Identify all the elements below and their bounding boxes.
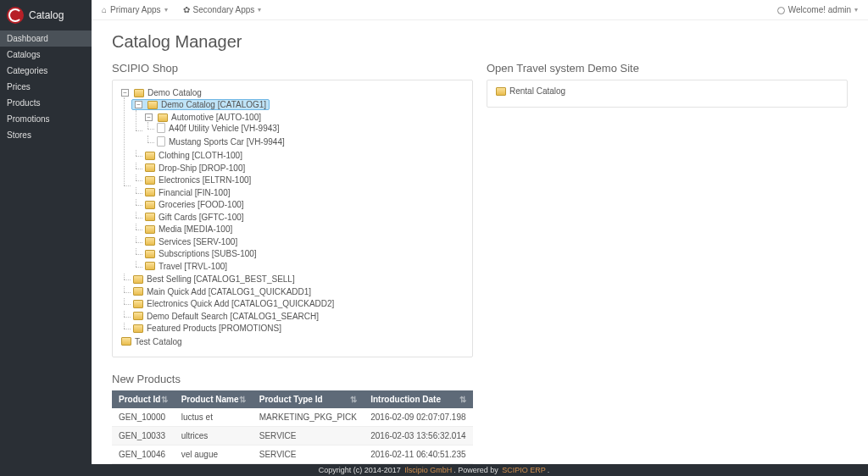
column-header[interactable]: Introduction Date⇅ — [364, 390, 473, 408]
folder-icon — [147, 101, 158, 109]
folder-icon — [145, 152, 155, 160]
rental-tree: Rental Catalog — [487, 80, 848, 108]
brand-name: Catalog — [29, 9, 64, 21]
folder-icon — [133, 312, 143, 320]
folder-icon — [121, 337, 131, 346]
sidebar-item-categories[interactable]: Categories — [0, 63, 92, 79]
catalog-tree: − Demo Catalog − Demo Catalog [CATALOG1] — [112, 80, 473, 357]
user-icon — [777, 7, 785, 14]
sidebar-item-catalogs[interactable]: Catalogs — [0, 47, 92, 63]
table-row[interactable]: GEN_10046vel augueSERVICE2016-02-11 06:4… — [112, 446, 473, 464]
column-header[interactable]: Product Id⇅ — [112, 390, 175, 408]
tree-node[interactable]: A40f Utility Vehicle [VH-9943] — [155, 123, 281, 133]
user-menu[interactable]: Welcome! admin ▾ — [777, 5, 858, 14]
tree-node[interactable]: Subscriptions [SUBS-100] — [143, 249, 259, 258]
folder-icon — [145, 213, 155, 221]
sidebar-item-products[interactable]: Products — [0, 95, 92, 111]
table-row[interactable]: GEN_10000luctus etMARKETING_PKG_PICK2016… — [112, 408, 473, 427]
folder-icon — [133, 287, 143, 296]
new-products-title: New Products — [112, 373, 473, 385]
folder-icon — [145, 163, 155, 172]
folder-icon — [145, 250, 155, 258]
tree-node[interactable]: Main Quick Add [CATALOG1_QUICKADD1] — [131, 287, 313, 296]
chevron-down-icon: ▾ — [854, 6, 858, 14]
brand-row: Catalog — [0, 0, 92, 30]
page-icon — [157, 123, 165, 133]
tree-node[interactable]: Best Selling [CATALOG1_BEST_SELL] — [131, 274, 297, 284]
topbar: ⌂ Primary Apps ▾ ✿ Secondary Apps ▾ Welc… — [92, 0, 868, 20]
folder-icon — [145, 225, 155, 234]
primary-apps-menu[interactable]: ⌂ Primary Apps ▾ — [102, 5, 168, 14]
tree-node-selected[interactable]: − Demo Catalog [CATALOG1] — [131, 99, 270, 110]
tree-node[interactable]: Travel [TRVL-100] — [143, 262, 229, 271]
logo-icon — [7, 7, 24, 24]
column-header[interactable]: Product Type Id⇅ — [253, 390, 364, 408]
sort-icon: ⇅ — [350, 395, 357, 404]
column-header[interactable]: Product Name⇅ — [175, 390, 253, 408]
sidebar-item-stores[interactable]: Stores — [0, 127, 92, 143]
folder-icon — [134, 89, 144, 97]
collapse-icon[interactable]: − — [145, 113, 153, 121]
tree-node[interactable]: Groceries [FOOD-100] — [143, 200, 246, 209]
folder-icon — [145, 201, 155, 209]
tree-node[interactable]: Featured Products [PROMOTIONS] — [131, 324, 283, 333]
tree-node[interactable]: Gift Cards [GFTC-100] — [143, 213, 246, 222]
tree-node[interactable]: Mustang Sports Car [VH-9944] — [155, 136, 287, 147]
content-area: Catalog Manager SCIPIO Shop − Demo Catal… — [92, 20, 868, 464]
folder-icon — [145, 176, 155, 185]
footer-product-link[interactable]: SCIPIO ERP — [502, 466, 546, 474]
tree-node-root[interactable]: − Demo Catalog — [120, 88, 203, 97]
collapse-icon[interactable]: − — [121, 89, 129, 97]
chevron-down-icon: ▾ — [258, 6, 261, 14]
home-icon: ⌂ — [102, 5, 107, 14]
folder-icon — [145, 188, 155, 196]
folder-icon — [133, 324, 143, 333]
folder-icon — [145, 262, 155, 270]
sidebar: Catalog DashboardCatalogsCategoriesPrice… — [0, 0, 92, 476]
chevron-down-icon: ▾ — [164, 6, 168, 14]
tree-node[interactable]: Rental Catalog — [494, 86, 567, 96]
left-panel-title: SCIPIO Shop — [112, 62, 473, 75]
folder-icon — [158, 113, 168, 122]
tree-node[interactable]: Demo Default Search [CATALOG1_SEARCH] — [131, 312, 320, 321]
sort-icon: ⇅ — [459, 395, 466, 404]
tree-node[interactable]: Financial [FIN-100] — [143, 188, 231, 197]
tree-node[interactable]: Test Catalog — [120, 337, 184, 346]
folder-icon — [496, 87, 506, 96]
footer-company-link[interactable]: Ilscipio GmbH — [404, 466, 452, 474]
table-row[interactable]: GEN_10033ultricesSERVICE2016-02-03 13:56… — [112, 427, 473, 446]
sort-icon: ⇅ — [161, 395, 168, 404]
sidebar-item-prices[interactable]: Prices — [0, 79, 92, 95]
page-icon — [157, 136, 165, 147]
folder-icon — [145, 237, 155, 246]
tree-node[interactable]: Services [SERV-100] — [143, 237, 239, 246]
tree-node[interactable]: Media [MEDIA-100] — [143, 224, 234, 234]
secondary-apps-menu[interactable]: ✿ Secondary Apps ▾ — [183, 5, 262, 14]
tree-node[interactable]: −Automotive [AUTO-100] — [143, 113, 263, 122]
footer: Copyright (c) 2014-2017 Ilscipio GmbH . … — [0, 464, 868, 476]
folder-icon — [133, 275, 143, 284]
collapse-icon[interactable]: − — [135, 101, 142, 108]
tree-node[interactable]: Electronics Quick Add [CATALOG1_QUICKADD… — [131, 299, 336, 308]
gear-icon: ✿ — [183, 5, 190, 14]
sidebar-item-dashboard[interactable]: Dashboard — [0, 30, 92, 47]
tree-node[interactable]: Clothing [CLOTH-100] — [143, 151, 244, 160]
sidebar-item-promotions[interactable]: Promotions — [0, 111, 92, 127]
tree-node[interactable]: Electronics [ELTRN-100] — [143, 175, 253, 185]
tree-node[interactable]: Drop-Ship [DROP-100] — [143, 163, 247, 173]
folder-icon — [133, 300, 143, 308]
page-title: Catalog Manager — [112, 32, 848, 52]
new-products-table: Product Id⇅Product Name⇅Product Type Id⇅… — [112, 390, 473, 464]
sort-icon: ⇅ — [239, 395, 246, 404]
right-panel-title: Open Travel system Demo Site — [487, 62, 848, 75]
